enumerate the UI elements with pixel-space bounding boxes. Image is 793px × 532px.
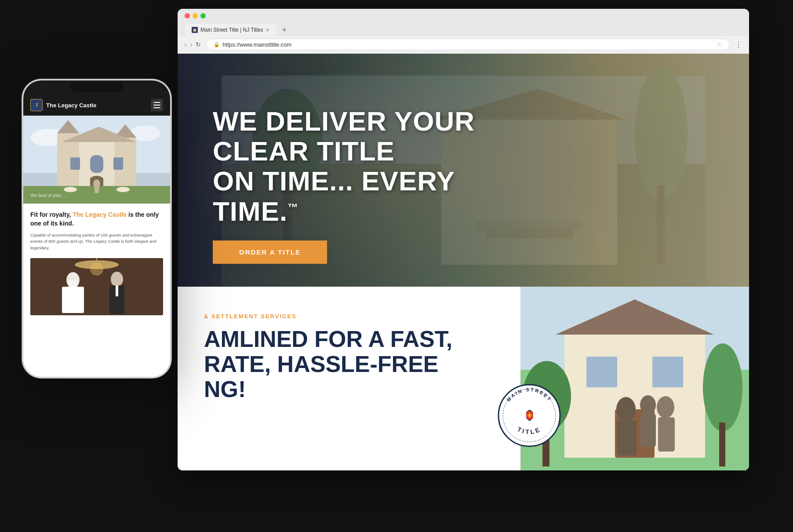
trademark-symbol: ™ — [287, 201, 298, 213]
services-headline: AMLINED FOR A FAST, RATE, HASSLE-FREE NG… — [204, 327, 494, 402]
svg-point-22 — [616, 397, 636, 422]
hero-content: WE DELIVER YOUR CLEAR TITLE ON TIME... E… — [178, 54, 749, 287]
website-content: WE DELIVER YOUR CLEAR TITLE ON TIME... E… — [178, 54, 749, 470]
logo-svg: 𝕋 — [33, 101, 40, 109]
svg-point-66 — [111, 272, 123, 287]
hamburger-line-3 — [153, 107, 160, 108]
window-controls — [185, 13, 742, 20]
svg-rect-15 — [586, 357, 617, 387]
scene: 🏠 Main Street Title | NJ Titles × + ‹ › … — [0, 0, 793, 532]
hamburger-menu[interactable] — [151, 99, 163, 111]
svg-text:🏮: 🏮 — [524, 409, 536, 421]
badge-svg: MAIN STREET 🏮 TITLE — [496, 383, 562, 448]
back-button[interactable]: ‹ — [185, 41, 187, 48]
phone-body: 𝕋 The Legacy Castle — [22, 79, 171, 378]
house-photo: MAIN STREET 🏮 TITLE — [520, 287, 749, 470]
hamburger-line-2 — [153, 105, 160, 106]
tab-label: Main Street Title | NJ Titles — [200, 27, 263, 33]
phone-interior-svg — [30, 258, 163, 315]
browser-chrome: 🏠 Main Street Title | NJ Titles × + — [178, 9, 749, 36]
svg-point-62 — [90, 262, 103, 276]
browser-tabs: 🏠 Main Street Title | NJ Titles × + — [185, 24, 742, 36]
svg-point-56 — [93, 179, 100, 188]
hero-headline-line2: ON TIME... EVERY TIME.™ — [213, 166, 455, 226]
services-headline-line1: AMLINED FOR A FAST, — [204, 327, 494, 352]
phone-nav: 𝕋 The Legacy Castle — [23, 95, 170, 116]
svg-rect-21 — [719, 423, 725, 466]
close-dot[interactable] — [185, 13, 190, 18]
phone-logo-icon: 𝕋 — [30, 99, 43, 111]
active-tab[interactable]: 🏠 Main Street Title | NJ Titles × — [185, 24, 276, 36]
svg-rect-45 — [90, 155, 103, 173]
hero-headline: WE DELIVER YOUR CLEAR TITLE ON TIME... E… — [213, 106, 520, 226]
svg-rect-47 — [113, 157, 123, 170]
phone-notch-area — [23, 80, 170, 95]
services-headline-line2: RATE, HASSLE-FREE — [204, 352, 494, 377]
hero-section: WE DELIVER YOUR CLEAR TITLE ON TIME... E… — [178, 54, 749, 287]
phone-body-text: Capable of accommodating parties of 100 … — [30, 232, 163, 251]
phone-notch — [70, 83, 123, 92]
maximize-dot[interactable] — [200, 13, 206, 18]
new-tab-button[interactable]: + — [278, 24, 291, 36]
phone-content-area: Fit for royalty, The Legacy Castle is th… — [23, 204, 170, 377]
forward-button[interactable]: › — [190, 41, 193, 48]
nav-buttons: ‹ › ↻ — [185, 41, 201, 48]
svg-rect-68 — [116, 285, 118, 296]
svg-point-54 — [116, 187, 130, 192]
url-text: https://www.mainsttitle.com — [222, 41, 291, 48]
main-street-badge-container: MAIN STREET 🏮 TITLE — [496, 383, 562, 448]
hero-headline-line1: WE DELIVER YOUR CLEAR TITLE — [213, 106, 475, 166]
svg-text:the best of your...: the best of your... — [31, 193, 65, 198]
tagline-highlight: The Legacy Castle — [73, 211, 127, 218]
order-title-button[interactable]: ORDER A TITLE — [213, 240, 327, 264]
address-bar-row: ‹ › ↻ 🔒 https://www.mainsttitle.com ☆ ⋮ — [178, 36, 749, 54]
svg-rect-25 — [640, 414, 656, 447]
below-hero-section: & SETTLEMENT SERVICES AMLINED FOR A FAST… — [178, 287, 749, 470]
svg-rect-23 — [617, 420, 637, 455]
phone-logo-text: The Legacy Castle — [46, 102, 96, 109]
browser-window: 🏠 Main Street Title | NJ Titles × + ‹ › … — [178, 9, 749, 470]
svg-rect-69 — [69, 280, 77, 293]
phone-mockup: 𝕋 The Legacy Castle — [22, 79, 171, 378]
tab-close-button[interactable]: × — [266, 26, 269, 33]
lock-icon: 🔒 — [214, 42, 220, 47]
phone-tagline: Fit for royalty, The Legacy Castle is th… — [30, 211, 163, 228]
services-label: & SETTLEMENT SERVICES — [204, 313, 494, 320]
address-bar[interactable]: 🔒 https://www.mainsttitle.com ☆ — [206, 39, 730, 50]
svg-point-24 — [640, 395, 656, 415]
tab-favicon: 🏠 — [192, 27, 198, 33]
bookmark-icon[interactable]: ☆ — [717, 41, 722, 48]
phone-second-image — [30, 258, 163, 315]
phone-castle-svg: the best of your... — [23, 116, 170, 204]
refresh-button[interactable]: ↻ — [196, 41, 201, 48]
services-headline-line3: NG! — [204, 377, 494, 402]
svg-rect-27 — [658, 417, 675, 452]
svg-text:𝕋: 𝕋 — [35, 103, 39, 108]
phone-logo: 𝕋 The Legacy Castle — [30, 99, 96, 111]
svg-rect-46 — [70, 157, 80, 170]
browser-more-icon[interactable]: ⋮ — [735, 40, 742, 49]
svg-point-20 — [703, 343, 742, 431]
services-section: & SETTLEMENT SERVICES AMLINED FOR A FAST… — [178, 287, 520, 470]
svg-rect-16 — [652, 357, 683, 387]
hamburger-line-1 — [153, 102, 160, 103]
tagline-prefix: Fit for royalty, — [30, 211, 73, 218]
minimize-dot[interactable] — [193, 13, 198, 18]
svg-point-53 — [64, 187, 77, 192]
svg-point-26 — [657, 396, 674, 418]
phone-hero-image: the best of your... — [23, 116, 170, 204]
